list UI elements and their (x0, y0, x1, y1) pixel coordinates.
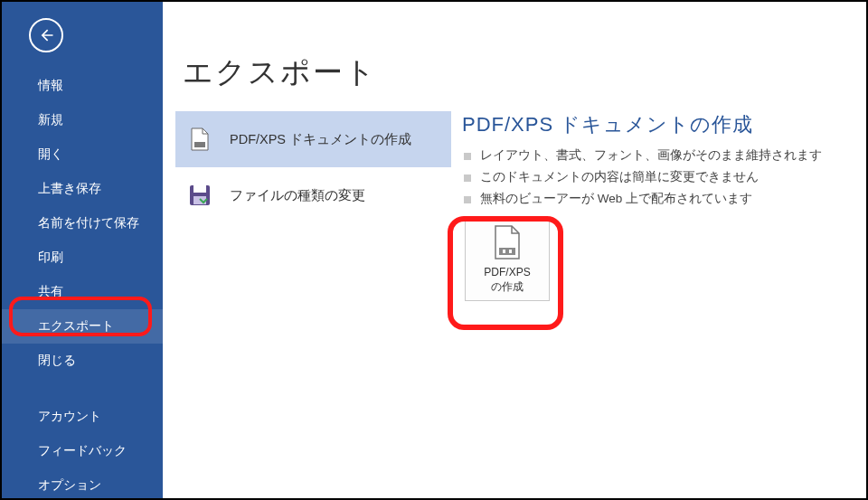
export-options-list: PDF/XPS ドキュメントの作成ファイルの種類の変更 (175, 111, 451, 301)
bullet-text: このドキュメントの内容は簡単に変更できません (480, 169, 759, 185)
svg-rect-6 (509, 250, 512, 253)
nav-save[interactable]: 上書き保存 (2, 172, 163, 206)
nav-info[interactable]: 情報 (2, 69, 163, 103)
nav-export[interactable]: エクスポート (2, 309, 163, 344)
main-panel: エクスポート PDF/XPS ドキュメントの作成ファイルの種類の変更 PDF/X… (163, 2, 866, 498)
export-columns: PDF/XPS ドキュメントの作成ファイルの種類の変更 PDF/XPS ドキュメ… (175, 111, 866, 301)
backstage-window: クリスマス会のご案内 - Word 情報新規開く上書き保存名前を付けて保存印刷共… (0, 0, 868, 500)
bullet-square-icon (464, 175, 471, 182)
svg-rect-4 (499, 248, 515, 255)
backstage-sidebar: 情報新規開く上書き保存名前を付けて保存印刷共有エクスポート閉じる アカウントフィ… (2, 2, 163, 498)
svg-rect-5 (503, 250, 505, 253)
save-type-icon (186, 182, 213, 209)
create-pdf-label: PDF/XPS の作成 (484, 266, 530, 294)
nav-options[interactable]: オプション (2, 468, 163, 500)
nav-close[interactable]: 閉じる (2, 344, 163, 378)
sidebar-nav-secondary: アカウントフィードバックオプション (2, 400, 163, 500)
svg-rect-2 (193, 185, 206, 193)
export-detail: PDF/XPS ドキュメントの作成 レイアウト、書式、フォント、画像がそのまま維… (451, 111, 866, 301)
bullet-square-icon (464, 153, 471, 160)
detail-title: PDF/XPS ドキュメントの作成 (462, 111, 866, 138)
nav-open[interactable]: 開く (2, 137, 163, 172)
bullet-text: レイアウト、書式、フォント、画像がそのまま維持されます (480, 147, 822, 164)
detail-bullet: レイアウト、書式、フォント、画像がそのまま維持されます (462, 147, 866, 164)
sidebar-nav-primary: 情報新規開く上書き保存名前を付けて保存印刷共有エクスポート閉じる (2, 69, 163, 378)
detail-bullets: レイアウト、書式、フォント、画像がそのまま維持されますこのドキュメントの内容は簡… (462, 147, 866, 207)
nav-new[interactable]: 新規 (2, 103, 163, 137)
pdf-page-icon (492, 224, 523, 260)
opt-change-type[interactable]: ファイルの種類の変更 (175, 167, 451, 223)
sidebar-separator (2, 378, 163, 400)
detail-bullet: このドキュメントの内容は簡単に変更できません (462, 169, 866, 185)
nav-saveas[interactable]: 名前を付けて保存 (2, 206, 163, 241)
arrow-left-icon (37, 26, 55, 44)
pdf-icon (186, 126, 213, 153)
bullet-text: 無料のビューアーが Web 上で配布されています (480, 191, 752, 207)
bullet-square-icon (464, 196, 471, 203)
nav-share[interactable]: 共有 (2, 275, 163, 309)
opt-change-type-label: ファイルの種類の変更 (230, 187, 365, 204)
create-pdf-button-wrap: PDF/XPS の作成 (449, 218, 565, 301)
svg-rect-0 (194, 142, 205, 147)
create-pdf-xps-button[interactable]: PDF/XPS の作成 (465, 218, 550, 301)
nav-print[interactable]: 印刷 (2, 241, 163, 275)
opt-pdf-xps-label: PDF/XPS ドキュメントの作成 (230, 131, 411, 148)
svg-rect-3 (193, 196, 206, 204)
detail-bullet: 無料のビューアーが Web 上で配布されています (462, 191, 866, 207)
nav-account[interactable]: アカウント (2, 400, 163, 434)
page-title: エクスポート (183, 52, 866, 93)
opt-pdf-xps[interactable]: PDF/XPS ドキュメントの作成 (175, 111, 451, 167)
back-button[interactable] (29, 18, 63, 52)
nav-feedback[interactable]: フィードバック (2, 434, 163, 468)
